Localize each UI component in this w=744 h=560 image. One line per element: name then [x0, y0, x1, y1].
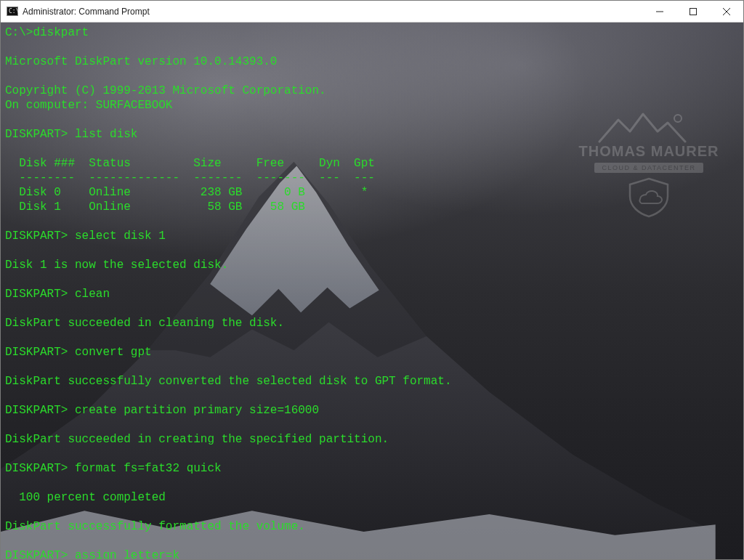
- svg-rect-2: [690, 8, 697, 15]
- terminal-line: [5, 40, 739, 54]
- terminal-line: [5, 214, 739, 229]
- terminal-line: [5, 301, 739, 316]
- terminal-line: Disk ### Status Size Free Dyn Gpt: [5, 156, 739, 171]
- terminal-line: Disk 0 Online 238 GB 0 B *: [5, 185, 739, 200]
- terminal-line: DISKPART> format fs=fat32 quick: [5, 461, 739, 476]
- maximize-button[interactable]: [676, 1, 710, 23]
- terminal-line: Microsoft DiskPart version 10.0.14393.0: [5, 54, 739, 69]
- terminal-line: DISKPART> convert gpt: [5, 345, 739, 360]
- terminal-line: [5, 69, 739, 84]
- cmd-icon: C:\: [7, 6, 18, 17]
- terminal-line: [5, 534, 739, 548]
- maximize-icon: [690, 8, 697, 15]
- terminal-line: [5, 389, 739, 403]
- terminal-line: DiskPart succeeded in creating the speci…: [5, 432, 739, 447]
- titlebar[interactable]: C:\ Administrator: Command Prompt: [1, 1, 743, 23]
- terminal-line: DISKPART> clean: [5, 287, 739, 301]
- terminal-line: [5, 142, 739, 156]
- terminal-line: DiskPart successfully formatted the volu…: [5, 519, 739, 534]
- terminal-line: Copyright (C) 1999-2013 Microsoft Corpor…: [5, 84, 739, 98]
- terminal-line: [5, 113, 739, 127]
- terminal-line: On computer: SURFACEBOOK: [5, 98, 739, 113]
- terminal-line: [5, 447, 739, 461]
- terminal-line: DiskPart successfully converted the sele…: [5, 374, 739, 389]
- minimize-button[interactable]: [643, 1, 676, 23]
- terminal-line: DISKPART> create partition primary size=…: [5, 403, 739, 418]
- terminal-line: [5, 418, 739, 432]
- terminal-line: -------- ------------- ------- ------- -…: [5, 171, 739, 185]
- terminal-line: [5, 476, 739, 490]
- terminal-line: [5, 243, 739, 258]
- terminal-line: DISKPART> list disk: [5, 127, 739, 142]
- close-button[interactable]: [710, 1, 743, 23]
- client-area: THOMAS MAURER CLOUD & DATACENTER C:\>dis…: [1, 23, 743, 559]
- svg-text:C:\: C:\: [9, 8, 18, 15]
- terminal-line: Disk 1 Online 58 GB 58 GB: [5, 200, 739, 214]
- terminal-line: C:\>diskpart: [5, 25, 739, 40]
- close-icon: [723, 8, 730, 15]
- terminal-line: [5, 505, 739, 519]
- window-title: Administrator: Command Prompt: [23, 7, 150, 17]
- terminal-line: DISKPART> assign letter=k: [5, 548, 739, 559]
- terminal-line: Disk 1 is now the selected disk.: [5, 258, 739, 272]
- terminal-line: [5, 360, 739, 374]
- minimize-icon: [656, 8, 663, 15]
- terminal-line: [5, 272, 739, 287]
- terminal-line: 100 percent completed: [5, 490, 739, 505]
- terminal-output[interactable]: C:\>diskpartMicrosoft DiskPart version 1…: [1, 23, 743, 559]
- terminal-line: DiskPart succeeded in cleaning the disk.: [5, 316, 739, 330]
- window-frame: C:\ Administrator: Command Prompt: [0, 0, 744, 560]
- terminal-line: DISKPART> select disk 1: [5, 229, 739, 243]
- terminal-line: [5, 330, 739, 345]
